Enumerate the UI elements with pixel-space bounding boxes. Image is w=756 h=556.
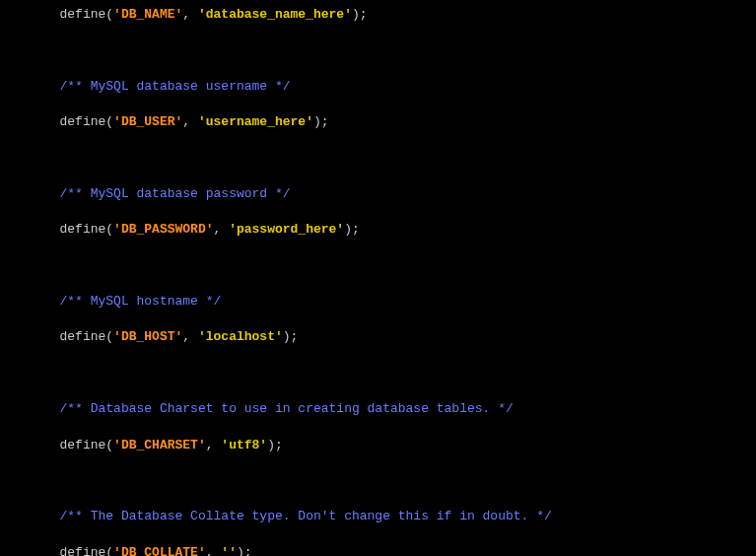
code-comment: /** Database Charset to use in creating …	[60, 400, 697, 418]
code-comment: /** MySQL database username */	[60, 78, 697, 96]
editor-content[interactable]: // ** MySQL settings - You can get this …	[50, 0, 707, 556]
code-comment: /** MySQL database password */	[60, 185, 697, 203]
code-comment: /** The Database Collate type. Don't cha…	[60, 508, 697, 525]
code-comment: /** MySQL hostname */	[60, 293, 697, 311]
terminal-window: 1. webmaster@server: /var/www/html/hosti…	[50, 0, 707, 556]
editor-area[interactable]: GNU nano 2.9.3 wp-config.php // ** MySQL…	[50, 0, 707, 556]
